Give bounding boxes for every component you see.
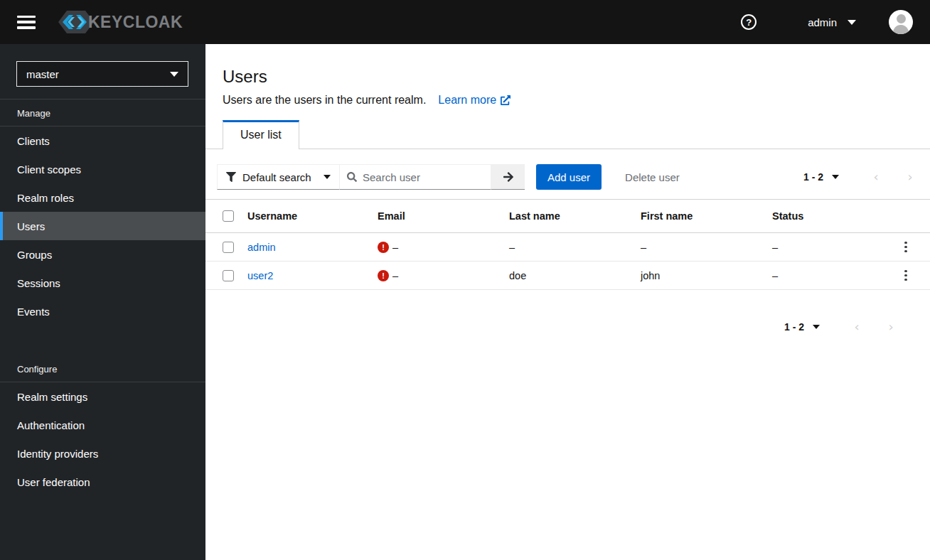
sidebar-item-identity-providers[interactable]: Identity providers <box>0 439 205 468</box>
pagination-menu-caret-icon[interactable] <box>813 325 820 329</box>
main-content: Users Users are the users in the current… <box>205 44 930 560</box>
last-name-value: – <box>509 242 641 253</box>
pagination-next-button[interactable]: › <box>902 168 919 185</box>
search-icon <box>347 172 357 182</box>
sidebar-item-client-scopes[interactable]: Client scopes <box>0 155 205 183</box>
row-checkbox[interactable] <box>223 242 234 253</box>
users-table: Username Email Last name First name Stat… <box>205 200 930 290</box>
filter-icon <box>226 172 236 182</box>
toolbar: Default search Add user Delete user 1 - … <box>205 149 930 199</box>
sidebar-item-user-federation[interactable]: User federation <box>0 468 205 496</box>
column-header-email: Email <box>378 210 509 222</box>
chevron-down-icon <box>170 72 178 77</box>
email-value: – <box>392 270 398 281</box>
nav-section-manage: Manage <box>0 99 205 126</box>
pagination-prev-button[interactable]: ‹ <box>867 168 884 185</box>
keycloak-logo: KEYCLOAK <box>57 9 183 35</box>
learn-more-link[interactable]: Learn more <box>438 94 511 107</box>
help-icon[interactable]: ? <box>741 14 757 30</box>
select-all-checkbox[interactable] <box>223 210 234 222</box>
table-row: admin ! – – – – <box>205 233 930 262</box>
search-type-dropdown[interactable]: Default search <box>217 164 340 190</box>
table-row: user2 ! – doe john – <box>205 262 930 290</box>
search-box <box>340 164 491 190</box>
first-name-value: john <box>641 270 772 281</box>
username-link[interactable]: admin <box>247 242 276 253</box>
email-value: – <box>392 242 398 253</box>
realm-selector[interactable]: master <box>16 61 188 87</box>
email-error-icon: ! <box>378 242 389 253</box>
status-value: – <box>772 270 892 281</box>
pagination-top: 1 - 2 ‹ › <box>803 168 919 185</box>
search-input[interactable] <box>363 171 476 183</box>
email-error-icon: ! <box>378 270 389 281</box>
sidebar-item-sessions[interactable]: Sessions <box>0 269 205 297</box>
chevron-left-icon: ‹ <box>854 321 859 333</box>
username-label: admin <box>808 16 837 28</box>
tab-user-list[interactable]: User list <box>223 120 299 149</box>
row-checkbox[interactable] <box>223 270 234 281</box>
external-link-icon <box>501 95 511 105</box>
column-header-first-name: First name <box>641 210 772 222</box>
tab-strip: User list <box>205 120 930 149</box>
chevron-right-icon: › <box>888 321 893 333</box>
sidebar-item-realm-settings[interactable]: Realm settings <box>0 382 205 411</box>
realm-name: master <box>26 68 59 80</box>
sidebar-item-users[interactable]: Users <box>0 212 205 240</box>
search-submit-button[interactable] <box>491 164 525 190</box>
sidebar-item-authentication[interactable]: Authentication <box>0 411 205 439</box>
pagination-range: 1 - 2 <box>784 321 804 333</box>
column-header-username: Username <box>247 210 378 222</box>
pagination-bottom: 1 - 2 ‹ › <box>205 290 930 335</box>
first-name-value: – <box>641 242 772 253</box>
top-bar: KEYCLOAK ? admin <box>0 0 930 44</box>
chevron-down-icon <box>848 20 856 25</box>
row-kebab-menu-icon[interactable] <box>902 239 910 256</box>
username-link[interactable]: user2 <box>247 270 273 281</box>
page-description: Users are the users in the current realm… <box>223 94 426 107</box>
arrow-right-icon <box>503 171 514 183</box>
sidebar-item-groups[interactable]: Groups <box>0 240 205 269</box>
pagination-next-button[interactable]: › <box>882 318 899 335</box>
pagination-menu-caret-icon[interactable] <box>832 175 839 179</box>
row-kebab-menu-icon[interactable] <box>902 267 910 284</box>
sidebar: master Manage Clients Client scopes Real… <box>0 44 205 560</box>
last-name-value: doe <box>509 270 641 281</box>
pagination-prev-button[interactable]: ‹ <box>848 318 865 335</box>
nav-section-configure: Configure <box>0 355 205 382</box>
chevron-left-icon: ‹ <box>873 171 878 183</box>
sidebar-item-realm-roles[interactable]: Realm roles <box>0 183 205 212</box>
avatar[interactable] <box>889 10 913 34</box>
sidebar-item-events[interactable]: Events <box>0 297 205 325</box>
page-title: Users <box>223 67 913 87</box>
sidebar-item-clients[interactable]: Clients <box>0 126 205 155</box>
user-menu[interactable]: admin <box>808 16 856 28</box>
column-header-last-name: Last name <box>509 210 641 222</box>
learn-more-label: Learn more <box>438 94 496 107</box>
column-header-status: Status <box>772 210 892 222</box>
pagination-range: 1 - 2 <box>803 171 823 183</box>
brand-text: KEYCLOAK <box>88 13 183 32</box>
status-value: – <box>772 242 892 253</box>
chevron-right-icon: › <box>907 171 912 183</box>
delete-user-button[interactable]: Delete user <box>625 171 680 183</box>
page-header: Users Users are the users in the current… <box>205 44 930 107</box>
table-header-row: Username Email Last name First name Stat… <box>205 200 930 233</box>
chevron-down-icon <box>324 175 331 179</box>
search-type-label: Default search <box>242 171 324 183</box>
add-user-button[interactable]: Add user <box>536 164 602 190</box>
hamburger-menu-icon[interactable] <box>17 16 36 29</box>
